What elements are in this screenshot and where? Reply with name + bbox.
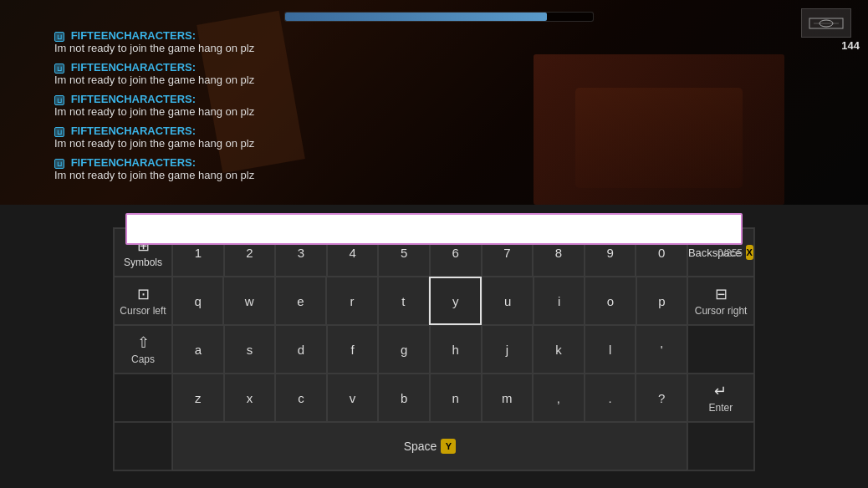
key-empty-space-right: [687, 422, 754, 470]
chat-icon-4: ⊔: [54, 127, 64, 137]
chat-username-5: ⊔ FIFTEENCHARACTERS:: [54, 156, 288, 169]
key-apostrophe[interactable]: ': [636, 325, 687, 374]
char-counter: 0/255: [125, 247, 743, 259]
minimap-icon: [801, 8, 851, 38]
chat-icon-2: ⊔: [54, 64, 64, 74]
caps-label: Caps: [131, 353, 155, 365]
key-b[interactable]: b: [378, 374, 430, 422]
keyboard-row-asdf: ⇧ Caps a s d f g h j k l ': [114, 325, 754, 374]
chat-line-1: ⊔ FIFTEENCHARACTERS: Im not ready to joi…: [54, 29, 288, 54]
key-caps[interactable]: ⇧ Caps: [114, 325, 172, 374]
key-g[interactable]: g: [378, 325, 430, 374]
chat-message-1: Im not ready to join the game hang on pl…: [54, 42, 288, 54]
chat-line-3: ⊔ FIFTEENCHARACTERS: Im not ready to joi…: [54, 93, 288, 118]
chat-message-4: Im not ready to join the game hang on pl…: [54, 137, 288, 150]
keyboard-row-zxcv: z x c v b n m , . ? ↵ Enter: [114, 374, 754, 422]
key-empty-r4: [114, 374, 172, 422]
key-empty-space-left: [114, 422, 172, 470]
key-cursor-left[interactable]: ⊡ Cursor left: [114, 277, 172, 325]
chat-message-3: Im not ready to join the game hang on pl…: [54, 105, 288, 118]
keyboard-row-space: Space Y: [114, 422, 754, 470]
key-p[interactable]: p: [636, 277, 687, 325]
chat-line-5: ⊔ FIFTEENCHARACTERS: Im not ready to joi…: [54, 156, 288, 181]
progress-bar-container: [284, 12, 594, 22]
key-period[interactable]: .: [585, 374, 636, 422]
chat-line-4: ⊔ FIFTEENCHARACTERS: Im not ready to joi…: [54, 125, 288, 150]
key-empty-r3: [687, 325, 754, 374]
key-o[interactable]: o: [585, 277, 636, 325]
cursor-left-icon: ⊡: [137, 285, 150, 303]
key-f[interactable]: f: [327, 325, 379, 374]
space-y-badge: Y: [441, 439, 456, 454]
key-comma[interactable]: ,: [533, 374, 585, 422]
progress-bar-fill: [285, 13, 547, 21]
key-x[interactable]: x: [224, 374, 276, 422]
chat-icon-5: ⊔: [54, 159, 64, 169]
enter-icon: ↵: [714, 382, 727, 400]
chat-message-2: Im not ready to join the game hang on pl…: [54, 74, 288, 86]
caps-icon: ⇧: [137, 333, 150, 352]
key-c[interactable]: c: [275, 374, 327, 422]
key-y[interactable]: y: [429, 277, 482, 325]
keyboard-row-qwerty: ⊡ Cursor left q w e r t y u i o p ⊟ Curs…: [114, 277, 754, 325]
key-v[interactable]: v: [327, 374, 379, 422]
key-cursor-right[interactable]: ⊟ Cursor right: [687, 277, 754, 325]
cursor-left-label: Cursor left: [120, 305, 166, 317]
key-j[interactable]: j: [482, 325, 534, 374]
enter-label: Enter: [709, 402, 733, 414]
chat-area: ⊔ FIFTEENCHARACTERS: Im not ready to joi…: [54, 29, 288, 188]
key-a[interactable]: a: [172, 325, 224, 374]
key-z[interactable]: z: [172, 374, 224, 422]
key-space[interactable]: Space Y: [172, 422, 687, 470]
key-m[interactable]: m: [482, 374, 534, 422]
chat-text-input[interactable]: [125, 213, 743, 245]
chat-line-2: ⊔ FIFTEENCHARACTERS: Im not ready to joi…: [54, 61, 288, 86]
chat-username-4: ⊔ FIFTEENCHARACTERS:: [54, 125, 288, 137]
key-q[interactable]: q: [172, 277, 223, 325]
virtual-keyboard: ⊞ Symbols 1 2 3 4 5 6 7 8 9 0 Backspace …: [113, 227, 755, 471]
minimap-count: 144: [793, 39, 860, 52]
text-input-container: 0/255: [125, 213, 743, 259]
cursor-right-icon: ⊟: [715, 285, 728, 303]
key-i[interactable]: i: [534, 277, 585, 325]
backspace-badge: X: [746, 245, 753, 260]
chat-icon-1: ⊔: [54, 32, 64, 42]
key-u[interactable]: u: [482, 277, 533, 325]
key-enter[interactable]: ↵ Enter: [687, 374, 754, 422]
chat-icon-3: ⊔: [54, 95, 64, 105]
minimap: 144: [793, 8, 860, 54]
chat-message-5: Im not ready to join the game hang on pl…: [54, 169, 288, 181]
key-e[interactable]: e: [275, 277, 326, 325]
key-d[interactable]: d: [275, 325, 327, 374]
chat-username-2: ⊔ FIFTEENCHARACTERS:: [54, 61, 288, 74]
chat-username-1: ⊔ FIFTEENCHARACTERS:: [54, 29, 288, 42]
key-question[interactable]: ?: [636, 374, 687, 422]
space-label: Space: [404, 440, 437, 453]
key-t[interactable]: t: [378, 277, 429, 325]
key-k[interactable]: k: [533, 325, 585, 374]
key-l[interactable]: l: [585, 325, 636, 374]
key-w[interactable]: w: [223, 277, 274, 325]
cursor-right-label: Cursor right: [695, 305, 748, 317]
chat-username-3: ⊔ FIFTEENCHARACTERS:: [54, 93, 288, 105]
key-s[interactable]: s: [224, 325, 276, 374]
key-h[interactable]: h: [430, 325, 482, 374]
key-r[interactable]: r: [326, 277, 377, 325]
key-n[interactable]: n: [430, 374, 482, 422]
